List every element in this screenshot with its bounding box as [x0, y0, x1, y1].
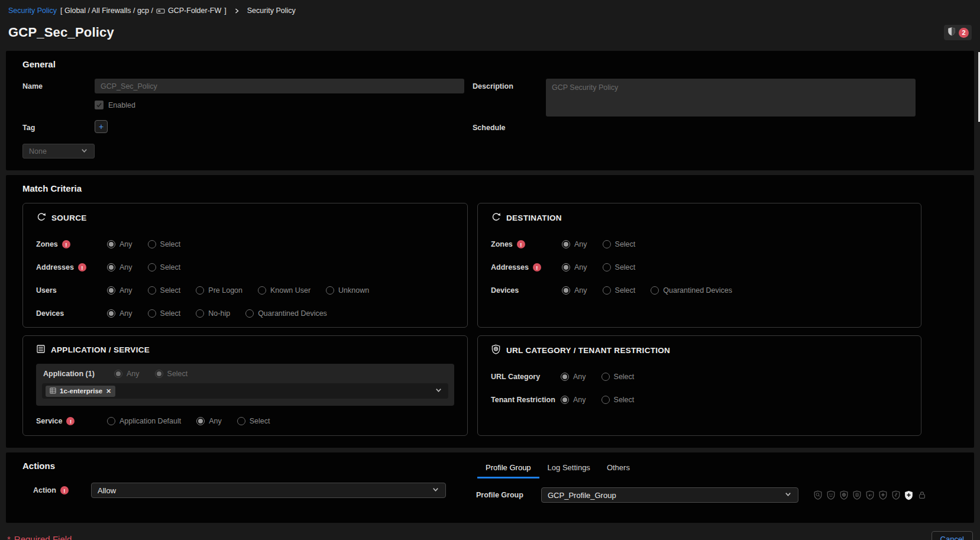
application-chip[interactable]: 1c-enterprise ✕	[46, 386, 115, 397]
radio-icon	[148, 286, 156, 295]
radio-icon	[601, 373, 610, 381]
radio-label: Select	[615, 240, 636, 248]
radio-icon	[603, 286, 611, 295]
chevron-down-icon	[80, 147, 88, 156]
application-grid-icon	[50, 387, 56, 395]
actions-tabs: Profile Group Log Settings Others	[477, 461, 958, 478]
radio-label: Select	[250, 417, 270, 425]
radio-application-default[interactable]: Application Default	[107, 417, 181, 425]
radio-any[interactable]: Any	[107, 309, 132, 318]
schedule-select[interactable]: None	[22, 144, 95, 159]
page-title: GCP_Sec_Policy	[8, 25, 114, 40]
radio-label: Quarantined Devices	[258, 309, 327, 318]
radio-any[interactable]: Any	[107, 263, 132, 271]
radio-select[interactable]: Select	[155, 370, 188, 378]
cancel-button[interactable]: Cancel	[932, 531, 973, 540]
radio-icon	[107, 286, 115, 295]
breadcrumb: Security Policy [ Global / All Firewalls…	[0, 0, 980, 20]
radio-select[interactable]: Select	[601, 396, 635, 404]
tab-profile-group[interactable]: Profile Group	[477, 461, 539, 478]
radio-icon	[326, 286, 334, 295]
chip-close-icon[interactable]: ✕	[106, 387, 111, 395]
radio-select[interactable]: Select	[601, 373, 635, 381]
radio-select[interactable]: Select	[603, 286, 636, 295]
anti-spyware-shield-icon	[826, 490, 836, 500]
file-blocking-shield-icon	[852, 490, 862, 500]
application-service-panel: APPLICATION / SERVICE Application (1) An…	[22, 335, 468, 436]
decryption-lock-icon	[917, 490, 927, 500]
radio-quarantined-devices[interactable]: Quarantined Devices	[245, 309, 327, 318]
required-icon: !	[517, 240, 525, 248]
radio-select[interactable]: Select	[148, 286, 181, 295]
application-box: Application (1) Any Select 1c-enterprise…	[36, 364, 454, 406]
profile-group-select[interactable]: GCP_Profile_Group	[541, 487, 798, 503]
radio-any[interactable]: Any	[107, 286, 132, 295]
radio-any[interactable]: Any	[561, 373, 586, 381]
policy-alert-chip[interactable]: 2	[944, 25, 972, 40]
name-input[interactable]	[95, 79, 464, 93]
radio-any[interactable]: Any	[114, 370, 140, 378]
footer: * Required Field Cancel	[0, 528, 980, 540]
radio-label: Select	[615, 263, 636, 271]
general-section: General Name Enabled Description GCP Sec…	[6, 51, 974, 170]
radio-label: Any	[574, 263, 587, 271]
radio-pre-logon[interactable]: Pre Logon	[196, 286, 242, 295]
radio-label: Any	[119, 309, 132, 318]
radio-label: Quarantined Devices	[663, 286, 732, 295]
radio-label: Select	[614, 373, 635, 381]
radio-known-user[interactable]: Known User	[258, 286, 311, 295]
radio-select[interactable]: Select	[603, 240, 636, 248]
chevron-down-icon	[432, 486, 439, 495]
destination-devices-row: Devices Any Select Quarantined Devices	[491, 284, 908, 297]
alert-count-badge: 2	[959, 28, 969, 38]
page-header: GCP_Sec_Policy 2	[0, 20, 980, 51]
breadcrumb-link[interactable]: Security Policy	[8, 7, 57, 15]
radio-label: Any	[574, 240, 587, 248]
radio-label: Select	[614, 396, 635, 404]
source-icon	[36, 212, 46, 224]
tag-label: Tag	[22, 120, 95, 132]
tab-log-settings[interactable]: Log Settings	[539, 461, 599, 478]
url-tenant-heading: URL CATEGORY / TENANT RESTRICTION	[506, 346, 670, 355]
radio-label: Known User	[270, 286, 311, 295]
radio-any[interactable]: Any	[562, 263, 587, 271]
radio-icon	[258, 286, 266, 295]
radio-unknown[interactable]: Unknown	[326, 286, 369, 295]
general-heading: General	[22, 59, 958, 69]
radio-label: Any	[573, 396, 586, 404]
tab-others[interactable]: Others	[599, 461, 638, 478]
profile-icons-row	[813, 490, 927, 500]
description-input[interactable]: GCP Security Policy	[546, 79, 916, 117]
radio-icon	[114, 370, 122, 378]
action-select[interactable]: Allow	[91, 483, 446, 498]
add-tag-button[interactable]: +	[95, 120, 108, 133]
source-panel: SOURCE Zones! Any Select Addresses! Any …	[22, 203, 468, 328]
action-label: Action	[33, 486, 56, 494]
field-label: Addresses	[491, 263, 529, 271]
application-select[interactable]: 1c-enterprise ✕	[42, 383, 448, 399]
radio-any[interactable]: Any	[562, 286, 587, 295]
radio-select[interactable]: Select	[237, 417, 270, 425]
radio-any[interactable]: Any	[107, 240, 132, 248]
radio-select[interactable]: Select	[148, 263, 181, 271]
radio-icon	[196, 309, 204, 318]
field-label: Service	[36, 417, 62, 425]
radio-select[interactable]: Select	[603, 263, 636, 271]
required-field-text: Required Field	[14, 534, 72, 540]
enabled-checkbox[interactable]	[95, 101, 104, 109]
required-icon: !	[78, 263, 86, 271]
destination-icon	[491, 212, 501, 224]
source-devices-row: Devices Any Select No-hip Quarantined De…	[36, 307, 454, 320]
required-field-note: * Required Field	[7, 534, 72, 540]
radio-label: Select	[160, 263, 181, 271]
radio-icon	[601, 396, 610, 404]
radio-no-hip[interactable]: No-hip	[196, 309, 230, 318]
radio-label: Select	[167, 370, 188, 378]
radio-quarantined-devices[interactable]: Quarantined Devices	[651, 286, 732, 295]
radio-select[interactable]: Select	[148, 309, 181, 318]
breadcrumb-current: Security Policy	[247, 7, 296, 15]
radio-any[interactable]: Any	[196, 417, 222, 425]
radio-select[interactable]: Select	[148, 240, 181, 248]
radio-any[interactable]: Any	[562, 240, 587, 248]
radio-any[interactable]: Any	[561, 396, 586, 404]
